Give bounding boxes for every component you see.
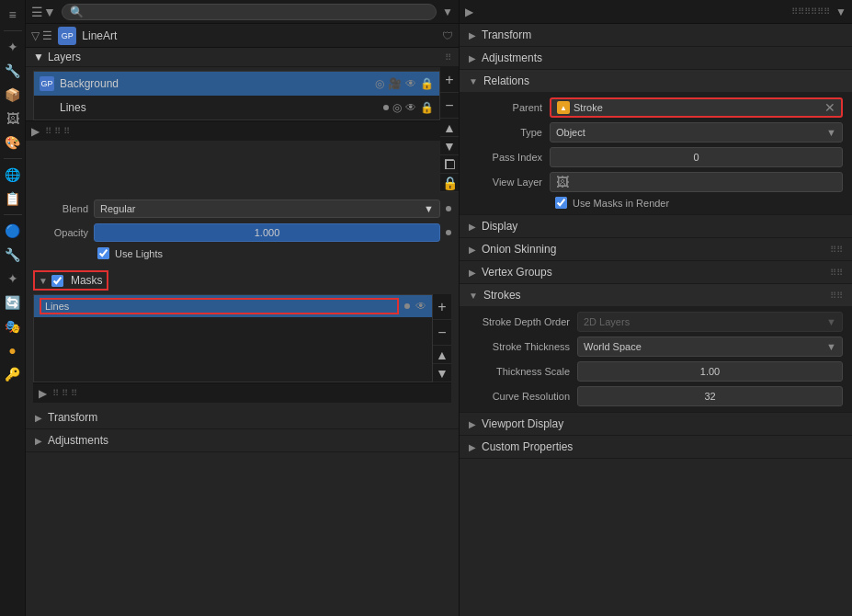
use-masks-render-checkbox[interactable] xyxy=(555,197,567,209)
rp-display-title: Display xyxy=(482,220,517,233)
search-input[interactable] xyxy=(87,6,428,17)
left-adjustments-header[interactable]: ▶ Adjustments xyxy=(26,429,459,451)
blend-dot[interactable] xyxy=(446,206,451,211)
header-menu-icon[interactable]: ☰▼ xyxy=(31,5,56,19)
masks-checkbox[interactable] xyxy=(51,275,63,287)
left-transform-title: Transform xyxy=(48,411,97,424)
rp-strokes-header[interactable]: ▼ Strokes ⠿⠿ xyxy=(460,284,852,306)
layers-title: Layers xyxy=(48,51,81,63)
rp-viewport-display-triangle: ▶ xyxy=(469,419,476,429)
relations-type-text: Object xyxy=(556,127,585,138)
left-adjustments-triangle: ▶ xyxy=(35,436,42,446)
layer-camera-icon[interactable]: 🎥 xyxy=(388,77,402,90)
layers-section-header[interactable]: ▼ Layers ⠿ xyxy=(26,48,459,67)
sidebar-separator-1 xyxy=(4,30,22,31)
masks-side-buttons: + − ▲ ▼ xyxy=(433,294,451,382)
rp-transform-section: ▶ Transform xyxy=(460,24,852,47)
sidebar-icon-constraint[interactable]: 🔵 xyxy=(2,220,24,242)
layer-onion-icon[interactable]: ◎ xyxy=(375,77,384,90)
rp-display-header[interactable]: ▶ Display xyxy=(460,215,852,237)
sidebar-icon-scene[interactable]: 📦 xyxy=(2,84,24,106)
opacity-dot[interactable] xyxy=(446,230,451,235)
gp-title-label: LineArt xyxy=(82,29,117,42)
layer-lines-lock-icon[interactable]: 🔒 xyxy=(420,101,434,114)
relations-parent-value[interactable]: ▲ Stroke ✕ xyxy=(550,97,843,118)
masks-play-btn[interactable]: ▶ xyxy=(39,387,47,400)
relations-parent-row: Parent ▲ Stroke ✕ xyxy=(469,97,843,118)
layer-item-background[interactable]: GP Background ◎ 🎥 👁 🔒 xyxy=(34,72,439,96)
rp-custom-properties-triangle: ▶ xyxy=(469,442,476,452)
mask-add-btn[interactable]: + xyxy=(433,294,451,320)
sidebar-icon-image[interactable]: 🖼 xyxy=(2,108,24,130)
rp-adjustments-header[interactable]: ▶ Adjustments xyxy=(460,47,852,69)
layer-lines-eye-icon[interactable]: 👁 xyxy=(405,101,416,114)
right-panel: ▶ ⠿⠿⠿⠿⠿⠿ ▼ ▶ Transform ▶ Adjustments xyxy=(460,0,852,616)
sidebar-icon-render[interactable]: 🔑 xyxy=(2,363,24,385)
sidebar-icon-wrench[interactable]: 🔧 xyxy=(2,244,24,266)
rp-vertex-groups-header[interactable]: ▶ Vertex Groups ⠿⠿ xyxy=(460,261,852,283)
left-transform-header[interactable]: ▶ Transform xyxy=(26,406,459,428)
sidebar-icon-gpencil[interactable]: 🎭 xyxy=(2,315,24,337)
blend-value[interactable]: Regular ▼ xyxy=(94,200,440,218)
right-panel-arrow[interactable]: ▼ xyxy=(835,6,846,18)
layer-lock-all-btn[interactable]: 🔒 xyxy=(440,174,459,192)
sidebar-icon-menu[interactable]: ≡ xyxy=(2,4,24,26)
use-lights-checkbox[interactable] xyxy=(97,247,109,259)
layer-eye-icon[interactable]: 👁 xyxy=(405,77,416,90)
mask-remove-btn[interactable]: − xyxy=(433,320,451,346)
sidebar-icon-particles[interactable]: ✦ xyxy=(2,268,24,290)
relations-type-value[interactable]: Object ▼ xyxy=(550,122,843,143)
layers-play-btn[interactable]: ▶ xyxy=(31,125,40,138)
layer-remove-btn[interactable]: − xyxy=(440,93,459,119)
left-panel-search-box[interactable]: 🔍 xyxy=(62,4,437,20)
rp-display-section: ▶ Display xyxy=(460,215,852,238)
layers-triangle-icon: ▼ xyxy=(33,51,44,63)
panel-arrow-btn[interactable]: ▼ xyxy=(442,6,453,18)
mask-item-lines[interactable]: Lines 👁 xyxy=(34,295,432,317)
curve-resolution-value[interactable]: 32 xyxy=(577,386,843,406)
rp-custom-properties-header[interactable]: ▶ Custom Properties xyxy=(460,436,852,458)
sidebar-icon-material[interactable]: 🎨 xyxy=(2,131,24,154)
rp-relations-header[interactable]: ▼ Relations xyxy=(460,70,852,92)
curve-resolution-row: Curve Resolution 32 xyxy=(469,386,843,406)
mask-eye-icon[interactable]: 👁 xyxy=(415,300,426,313)
relations-pass-index-value[interactable]: 0 xyxy=(550,147,843,167)
rp-transform-header[interactable]: ▶ Transform xyxy=(460,24,852,46)
layer-add-btn[interactable]: + xyxy=(440,67,459,93)
layer-lock-icon[interactable]: 🔒 xyxy=(420,77,434,90)
opacity-slider[interactable]: 1.000 xyxy=(94,223,440,242)
thickness-scale-value[interactable]: 1.00 xyxy=(577,361,843,382)
right-panel-play-btn[interactable]: ▶ xyxy=(465,6,473,18)
layer-lines-controls: ◎ 👁 🔒 xyxy=(383,101,434,114)
opacity-label: Opacity xyxy=(33,227,88,238)
layer-background-icon: GP xyxy=(40,76,54,91)
rp-onion-header[interactable]: ▶ Onion Skinning ⠿⠿ xyxy=(460,238,852,260)
sidebar-icon-physics[interactable]: 🔄 xyxy=(2,291,24,314)
layer-monitor-btn[interactable]: ⧠ xyxy=(440,155,459,174)
mask-move-up-btn[interactable]: ▲ xyxy=(433,346,451,364)
layer-lines-name: Lines xyxy=(60,101,378,114)
gp-mode-icon[interactable]: ▽ ☰ xyxy=(31,29,52,42)
sidebar-icon-modifier[interactable]: 🔧 xyxy=(2,60,24,82)
sidebar-icon-world[interactable]: 🌐 xyxy=(2,164,24,186)
relations-parent-close-btn[interactable]: ✕ xyxy=(824,100,835,115)
layer-move-up-btn[interactable]: ▲ xyxy=(440,119,459,137)
layer-lines-onion-icon[interactable]: ◎ xyxy=(392,101,402,114)
mask-move-down-btn[interactable]: ▼ xyxy=(433,364,451,382)
relations-parent-label: Parent xyxy=(469,102,542,113)
rp-viewport-display-header[interactable]: ▶ Viewport Display xyxy=(460,413,852,435)
relations-view-layer-value[interactable]: 🖼 xyxy=(550,172,843,192)
layer-move-down-btn[interactable]: ▼ xyxy=(440,137,459,155)
sidebar-icon-layer[interactable]: 📋 xyxy=(2,188,24,210)
main-content: ☰▼ 🔍 ▼ ▽ ☰ GP LineArt 🛡 ▼ Layers ⠿ xyxy=(26,0,852,616)
rp-strokes-title: Strokes xyxy=(483,289,521,302)
stroke-thickness-value[interactable]: World Space ▼ xyxy=(577,337,843,357)
sidebar-icon-object-data[interactable]: ● xyxy=(2,339,24,361)
rp-custom-properties-title: Custom Properties xyxy=(482,440,573,453)
shield-icon[interactable]: 🛡 xyxy=(442,29,453,42)
rp-transform-title: Transform xyxy=(482,29,531,41)
layer-item-lines[interactable]: Lines ◎ 👁 🔒 xyxy=(34,96,439,120)
rp-relations-content: Parent ▲ Stroke ✕ Type Object ▼ xyxy=(460,92,852,214)
stroke-depth-order-text: 2D Layers xyxy=(584,316,630,327)
sidebar-icon-tools[interactable]: ✦ xyxy=(2,36,24,58)
